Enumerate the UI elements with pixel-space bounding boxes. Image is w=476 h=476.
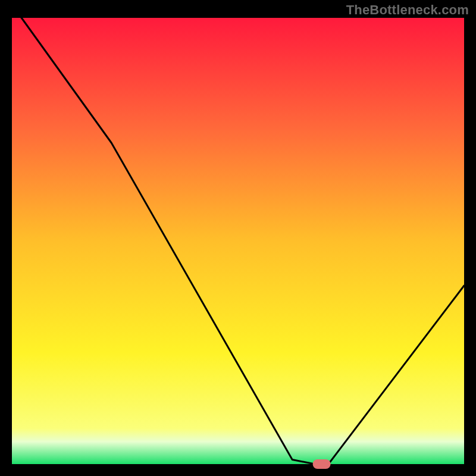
plot-background <box>12 18 464 464</box>
bottleneck-plot <box>0 0 476 476</box>
chart-frame: TheBottleneck.com <box>0 0 476 476</box>
optimal-marker <box>313 459 331 469</box>
watermark-text: TheBottleneck.com <box>346 2 469 18</box>
